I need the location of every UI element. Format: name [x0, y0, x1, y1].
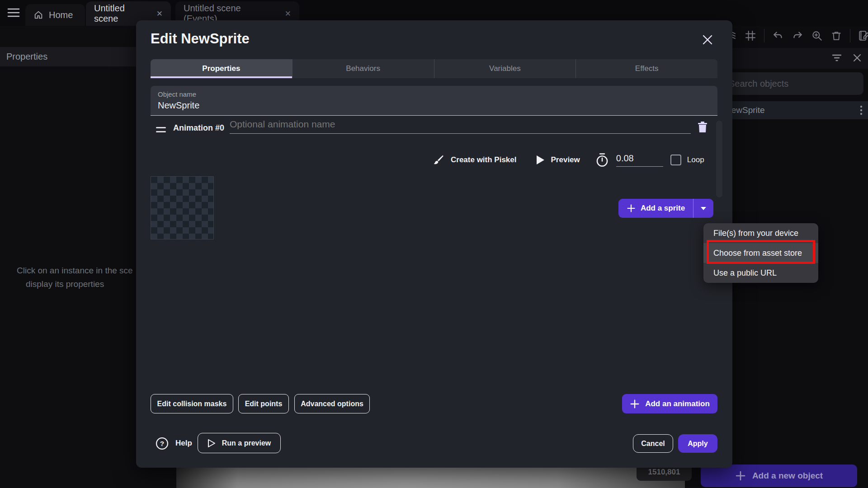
loop-checkbox[interactable] — [670, 155, 681, 165]
toolbar-divider — [850, 29, 850, 42]
filter-icon[interactable] — [832, 54, 842, 62]
delete-animation-icon[interactable] — [697, 121, 708, 133]
play-outline-icon — [208, 439, 216, 448]
help-icon: ? — [156, 437, 169, 450]
search-objects-placeholder: Search objects — [729, 79, 788, 89]
apply-button[interactable]: Apply — [678, 434, 717, 453]
dialog-tab-behaviors[interactable]: Behaviors — [292, 59, 434, 78]
animation-drag-handle[interactable] — [156, 127, 166, 132]
edit-collision-masks-button[interactable]: Edit collision masks — [151, 394, 233, 413]
tab-home[interactable]: Home — [25, 4, 85, 26]
edit-object-dialog: Edit NewSprite Properties Behaviors Vari… — [136, 20, 732, 468]
search-objects-field[interactable]: Search objects — [722, 72, 863, 95]
play-icon — [536, 155, 545, 165]
undo-icon[interactable] — [772, 30, 784, 42]
properties-panel-title: Properties — [6, 52, 47, 62]
help-label: Help — [175, 439, 192, 448]
object-name-field[interactable]: Object name — [151, 86, 717, 116]
dialog-tab-bar: Properties Behaviors Variables Effects — [151, 59, 717, 78]
scene-toolbar — [725, 28, 868, 43]
gdevelop-app: Home Untitled scene ✕ Untitled scene (Ev… — [0, 0, 868, 488]
objects-panel-header — [719, 48, 868, 69]
brush-icon — [433, 154, 444, 166]
animation-controls-row: Create with Piskel Preview Loop — [433, 150, 704, 169]
object-list-item-label: NewSprite — [725, 105, 860, 115]
svg-text:?: ? — [160, 440, 164, 447]
create-with-piskel-button[interactable]: Create with Piskel — [433, 154, 517, 166]
run-preview-button[interactable]: Run a preview — [198, 433, 281, 453]
tab-scene-close-icon[interactable]: ✕ — [156, 9, 163, 19]
object-list-item[interactable]: NewSprite — [719, 101, 868, 119]
object-name-label: Object name — [158, 90, 710, 98]
sprite-thumbnail-placeholder — [151, 176, 214, 239]
object-menu-dots-icon[interactable] — [860, 105, 863, 115]
add-new-object-button[interactable]: Add a new object — [701, 465, 857, 487]
menu-item-use-public-url[interactable]: Use a public URL — [703, 263, 818, 283]
tab-events-close-icon[interactable]: ✕ — [285, 9, 291, 19]
grid-icon[interactable] — [745, 30, 756, 42]
redo-icon[interactable] — [792, 30, 803, 42]
close-panel-icon[interactable] — [853, 53, 862, 62]
properties-empty-message-line1: Click on an instance in the sce — [17, 266, 133, 276]
chevron-down-icon — [700, 206, 707, 211]
properties-empty-message-line2: display its properties — [26, 279, 104, 289]
annotation-highlight-box — [707, 240, 815, 264]
cancel-button[interactable]: Cancel — [633, 434, 673, 453]
frame-duration-field[interactable] — [616, 153, 663, 167]
plus-icon — [627, 204, 636, 213]
add-sprite-dropdown-button[interactable] — [693, 199, 713, 218]
dialog-close-icon[interactable] — [702, 34, 713, 46]
home-icon — [33, 10, 43, 20]
help-button[interactable]: ? Help — [156, 433, 192, 454]
dialog-tab-properties[interactable]: Properties — [151, 59, 292, 78]
edit-points-button[interactable]: Edit points — [238, 394, 289, 413]
frame-duration-input[interactable] — [616, 153, 663, 164]
add-sprite-button[interactable]: Add a sprite — [618, 199, 693, 218]
loop-label: Loop — [687, 155, 704, 164]
main-menu-button[interactable] — [7, 8, 20, 18]
animation-name-field[interactable] — [230, 119, 691, 134]
stopwatch-icon — [595, 153, 609, 167]
animation-label: Animation #0 — [173, 123, 224, 133]
add-new-object-label: Add a new object — [752, 471, 823, 481]
dialog-tab-variables[interactable]: Variables — [434, 59, 576, 78]
object-name-input[interactable] — [158, 100, 710, 111]
dialog-title: Edit NewSprite — [151, 31, 250, 47]
trash-icon[interactable] — [830, 30, 842, 42]
advanced-options-button[interactable]: Advanced options — [294, 394, 370, 413]
animation-name-input[interactable] — [230, 119, 691, 130]
add-sprite-label: Add a sprite — [641, 204, 685, 213]
toolbar-divider — [764, 29, 764, 42]
plus-icon — [630, 399, 640, 409]
tab-home-label: Home — [49, 10, 73, 20]
add-animation-button[interactable]: Add an animation — [622, 394, 717, 413]
zoom-in-icon[interactable] — [811, 30, 823, 42]
plus-icon — [735, 470, 746, 481]
add-sprite-split-button: Add a sprite — [618, 199, 713, 218]
edit-scene-properties-icon[interactable] — [858, 30, 868, 42]
dialog-scrollbar-thumb[interactable] — [716, 121, 722, 197]
scene-canvas — [176, 468, 685, 488]
hamburger-icon — [7, 8, 20, 18]
preview-animation-button[interactable]: Preview — [536, 155, 580, 165]
dialog-tab-effects[interactable]: Effects — [576, 59, 717, 78]
